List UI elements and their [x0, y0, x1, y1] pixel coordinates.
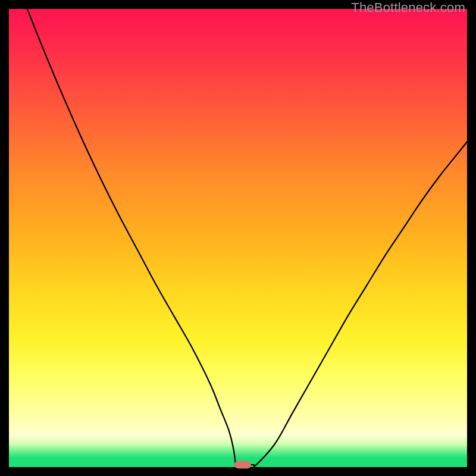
- plot-area: [9, 9, 467, 467]
- bottleneck-curve-path: [27, 9, 467, 466]
- optimal-point-marker: [234, 461, 251, 469]
- curve-svg: [9, 9, 467, 467]
- chart-frame: TheBottleneck.com: [0, 0, 476, 476]
- watermark-text: TheBottleneck.com: [351, 0, 465, 15]
